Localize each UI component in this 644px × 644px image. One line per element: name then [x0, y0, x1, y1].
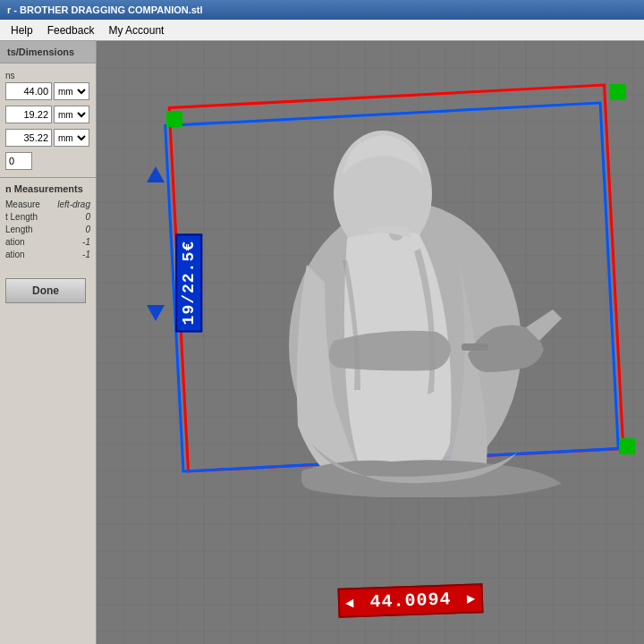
model-container — [168, 86, 642, 497]
dimensions-label: ns — [5, 71, 90, 80]
scale-row — [5, 152, 90, 170]
measure-key-3: ation — [5, 237, 25, 247]
measure-row-4: ation -1 — [5, 250, 90, 259]
measurements-title: n Measurements — [5, 183, 90, 194]
width-measurement-label: 44.0094 — [337, 583, 483, 618]
done-button[interactable]: Done — [5, 278, 86, 303]
menu-feedback[interactable]: Feedback — [40, 21, 102, 39]
viewport[interactable]: 19/22.5€ 44.0094 — [97, 41, 644, 644]
measure-row-0: Measure left-drag — [5, 199, 90, 209]
y-dimension-row: mm in — [5, 106, 90, 123]
z-unit-select[interactable]: mm in — [54, 129, 89, 147]
z-dimension-row: mm in — [5, 129, 90, 147]
y-dimension-input[interactable] — [5, 106, 52, 123]
measure-key-0: Measure — [5, 199, 40, 209]
measure-row-2: Length 0 — [5, 225, 90, 234]
measure-val-4: -1 — [82, 250, 90, 259]
measure-key-2: Length — [5, 225, 33, 234]
x-dimension-input[interactable] — [5, 82, 52, 100]
x-dimension-row: mm in — [5, 82, 90, 100]
left-panel: ts/Dimensions ns mm in mm in — [0, 41, 97, 644]
measurements-section: n Measurements Measure left-drag t Lengt… — [0, 177, 96, 267]
done-section: Done — [0, 271, 96, 310]
measure-val-3: -1 — [82, 237, 90, 247]
height-measurement-label: 19/22.5€ — [175, 233, 202, 332]
measure-row-3: ation -1 — [5, 237, 90, 247]
dimensions-section: ns mm in mm in mm in — [0, 64, 96, 177]
measure-key-4: ation — [5, 250, 25, 259]
height-arrow-top — [147, 166, 165, 182]
scale-input[interactable] — [5, 152, 32, 170]
z-dimension-input[interactable] — [5, 129, 52, 147]
y-unit-select[interactable]: mm in — [54, 106, 89, 123]
model-svg — [168, 86, 642, 497]
measure-row-1: t Length 0 — [5, 212, 90, 222]
measure-key-1: t Length — [5, 212, 38, 222]
svg-rect-3 — [462, 343, 488, 351]
height-arrow-bottom — [147, 305, 165, 321]
title-text: r - BROTHER DRAGGING COMPANION.stl — [7, 4, 203, 15]
menu-myaccount[interactable]: My Account — [101, 21, 171, 39]
measure-val-0: left-drag — [57, 199, 90, 209]
main-layout: ts/Dimensions ns mm in mm in — [0, 41, 644, 644]
menu-help[interactable]: Help — [4, 21, 40, 39]
measure-val-2: 0 — [85, 225, 90, 234]
menu-bar: Help Feedback My Account — [0, 20, 644, 41]
panel-title: ts/Dimensions — [0, 41, 96, 64]
title-bar: r - BROTHER DRAGGING COMPANION.stl — [0, 0, 644, 20]
x-unit-select[interactable]: mm in — [54, 82, 89, 100]
measure-val-1: 0 — [85, 212, 90, 222]
